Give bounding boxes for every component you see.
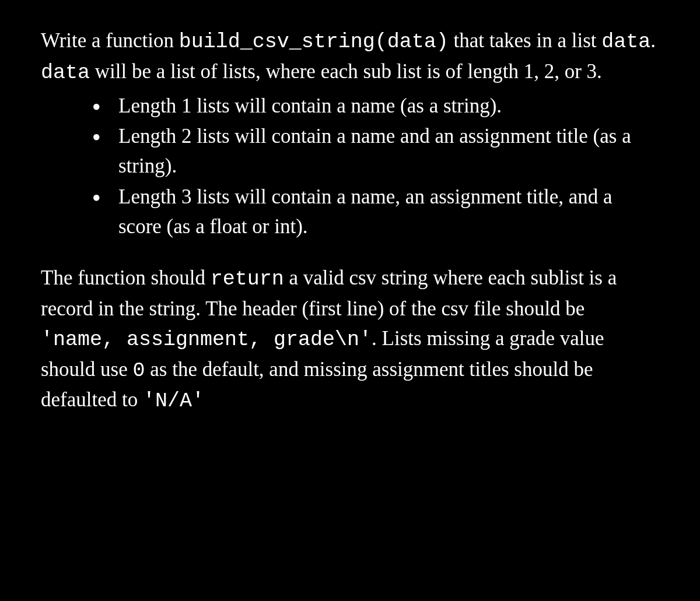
code-header-string: 'name, assignment, grade\n' — [41, 328, 372, 352]
intro-text-2: that takes in a list — [449, 29, 601, 52]
code-data-param-1: data — [601, 30, 650, 54]
intro-text-1: Write a function — [41, 29, 179, 52]
intro-text-3: . — [650, 29, 656, 52]
intro-text-4: will be a list of lists, where each sub … — [90, 60, 602, 83]
code-function-signature: build_csv_string(data) — [179, 30, 449, 54]
list-item: Length 2 lists will contain a name and a… — [92, 122, 659, 181]
code-na: 'N/A' — [143, 389, 204, 413]
body-text-1: The function should — [41, 266, 211, 289]
code-return: return — [211, 268, 284, 291]
list-item: Length 1 lists will contain a name (as a… — [92, 92, 659, 121]
code-data-param-2: data — [41, 61, 90, 85]
bullet-list: Length 1 lists will contain a name (as a… — [41, 92, 659, 242]
list-item: Length 3 lists will contain a name, an a… — [92, 182, 659, 242]
intro-paragraph: Write a function build_csv_string(data) … — [41, 26, 659, 88]
code-zero: 0 — [133, 359, 145, 382]
body-paragraph: The function should return a valid csv s… — [41, 263, 659, 416]
